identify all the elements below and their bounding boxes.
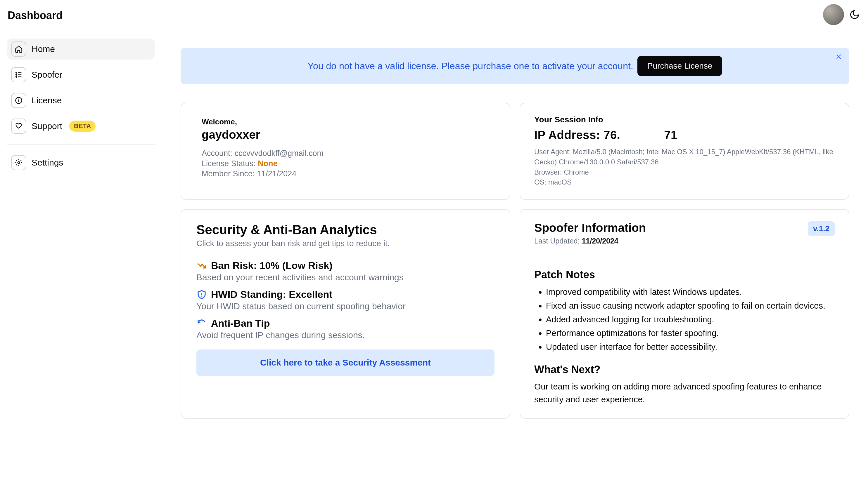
sidebar-item-label: Home: [32, 44, 55, 54]
home-icon: [11, 41, 26, 57]
avatar[interactable]: [823, 4, 844, 25]
os-line: OS: macOS: [534, 177, 835, 187]
browser-line: Browser: Chrome: [534, 167, 835, 177]
sidebar-item-home[interactable]: Home: [7, 39, 155, 60]
welcome-card: Welcome, gaydoxxer Account: cccvvvdodkff…: [181, 103, 510, 200]
heart-icon: [11, 118, 26, 134]
sidebar-item-settings[interactable]: Settings: [7, 152, 155, 173]
license-banner: You do not have a valid license. Please …: [181, 48, 849, 84]
username: gaydoxxer: [202, 128, 489, 141]
hwid-row: HWID Standing: Excellent Your HWID statu…: [196, 289, 494, 311]
patch-notes-list: Improved compatibility with latest Windo…: [534, 287, 835, 352]
whats-next-text: Our team is working on adding more advan…: [534, 380, 835, 406]
main-content: You do not have a valid license. Please …: [162, 0, 868, 494]
sidebar-divider: [7, 144, 155, 145]
svg-point-0: [16, 72, 17, 73]
page-title: Dashboard: [0, 0, 162, 29]
whats-next-title: What's Next?: [534, 363, 835, 376]
list-icon: [11, 67, 26, 82]
session-card: Your Session Info IP Address: 76.71 User…: [520, 103, 849, 200]
account-line: Account: cccvvvdodkff@gmail.com: [202, 149, 489, 158]
moon-icon: [849, 10, 860, 20]
svg-point-8: [18, 99, 19, 99]
purchase-license-button[interactable]: Purchase License: [637, 56, 722, 76]
patch-note-item: Added advanced logging for troubleshooti…: [546, 315, 835, 324]
sidebar-item-license[interactable]: License: [7, 90, 155, 111]
patch-note-item: Updated user interface for better access…: [546, 342, 835, 352]
theme-toggle[interactable]: [848, 8, 861, 21]
patch-note-item: Fixed an issue causing network adapter s…: [546, 301, 835, 311]
license-line: License Status: None: [202, 159, 489, 168]
patch-notes-title: Patch Notes: [534, 269, 835, 281]
security-card: Security & Anti-Ban Analytics Click to a…: [181, 209, 510, 419]
svg-point-1: [16, 74, 17, 75]
spoofer-info-card: Spoofer Information Last Updated: 11/20/…: [520, 209, 849, 419]
sidebar-item-label: Support: [32, 121, 62, 131]
anti-ban-tip-row: Anti-Ban Tip Avoid frequent IP changes d…: [196, 318, 494, 340]
topbar: [162, 0, 868, 29]
sidebar-item-label: License: [32, 95, 62, 106]
svg-point-13: [201, 296, 202, 297]
beta-badge: BETA: [69, 120, 95, 132]
ban-risk-row: Ban Risk: 10% (Low Risk) Based on your r…: [196, 260, 494, 282]
svg-point-2: [16, 76, 17, 77]
sidebar-item-label: Spoofer: [32, 70, 62, 80]
patch-note-item: Improved compatibility with latest Windo…: [546, 287, 835, 297]
sidebar-item-label: Settings: [32, 158, 63, 168]
sidebar-item-support[interactable]: Support BETA: [7, 116, 155, 137]
member-since-line: Member Since: 11/21/2024: [202, 169, 489, 178]
patch-note-item: Performance optimizations for faster spo…: [546, 328, 835, 338]
security-subtitle: Click to assess your ban risk and get ti…: [196, 239, 494, 248]
gear-icon: [11, 155, 26, 170]
session-title: Your Session Info: [534, 115, 835, 125]
spoofer-updated: Last Updated: 11/20/2024: [534, 237, 618, 245]
sidebar: Dashboard Home Spoofer License: [0, 0, 162, 494]
version-badge: v.1.2: [808, 221, 835, 236]
spoofer-title: Spoofer Information: [534, 221, 646, 234]
close-icon[interactable]: [835, 53, 842, 60]
ip-address: IP Address: 76.71: [534, 129, 835, 141]
banner-text: You do not have a valid license. Please …: [308, 61, 633, 72]
trending-down-icon: [196, 261, 207, 271]
refresh-icon: [196, 318, 207, 329]
info-icon: [11, 93, 26, 108]
welcome-greeting: Welcome,: [202, 117, 489, 127]
shield-icon: [196, 289, 207, 300]
user-agent-line: User Agent: Mozilla/5.0 (Macintosh; Inte…: [534, 147, 835, 167]
security-assessment-button[interactable]: Click here to take a Security Assessment: [196, 349, 494, 376]
security-title: Security & Anti-Ban Analytics: [196, 223, 494, 237]
sidebar-item-spoofer[interactable]: Spoofer: [7, 64, 155, 85]
svg-point-9: [18, 162, 20, 164]
